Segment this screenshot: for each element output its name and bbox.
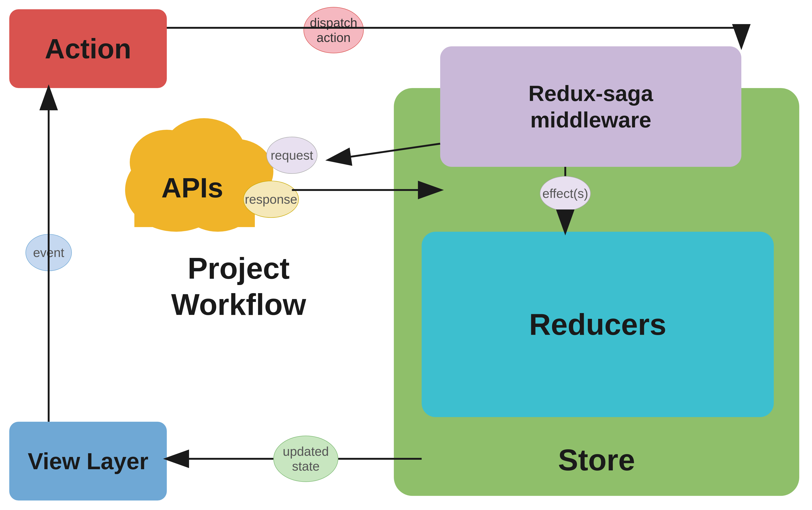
oval-request: request bbox=[266, 137, 317, 174]
dispatch-action-label: dispatch action bbox=[304, 15, 363, 45]
reducers-box: Reducers bbox=[422, 232, 774, 417]
oval-effects: effect(s) bbox=[540, 176, 591, 211]
action-label: Action bbox=[45, 33, 131, 65]
middleware-label: Redux-sagamiddleware bbox=[528, 80, 653, 133]
updated-state-label: updatedstate bbox=[283, 444, 329, 474]
view-layer-label: View Layer bbox=[28, 448, 148, 475]
diagram-container: Store Redux-sagamiddleware Reducers Acti… bbox=[0, 0, 812, 510]
oval-dispatch-action: dispatch action bbox=[303, 7, 364, 53]
response-label: response bbox=[245, 192, 297, 207]
apis-cloud: APIs bbox=[111, 111, 292, 246]
oval-response: response bbox=[243, 181, 299, 218]
event-label: event bbox=[33, 245, 64, 260]
store-label: Store bbox=[558, 443, 635, 477]
project-workflow-text: ProjectWorkflow bbox=[171, 251, 306, 321]
middleware-box: Redux-sagamiddleware bbox=[440, 46, 741, 167]
action-box: Action bbox=[9, 9, 167, 88]
oval-event: event bbox=[26, 234, 72, 271]
apis-cloud-svg: APIs bbox=[111, 111, 292, 246]
request-label: request bbox=[270, 148, 313, 163]
reducers-label: Reducers bbox=[529, 307, 667, 342]
svg-text:APIs: APIs bbox=[162, 172, 223, 203]
project-workflow-label: ProjectWorkflow bbox=[111, 250, 366, 322]
oval-updated-state: updatedstate bbox=[273, 435, 338, 482]
view-layer-box: View Layer bbox=[9, 422, 167, 501]
effects-label: effect(s) bbox=[542, 186, 588, 201]
